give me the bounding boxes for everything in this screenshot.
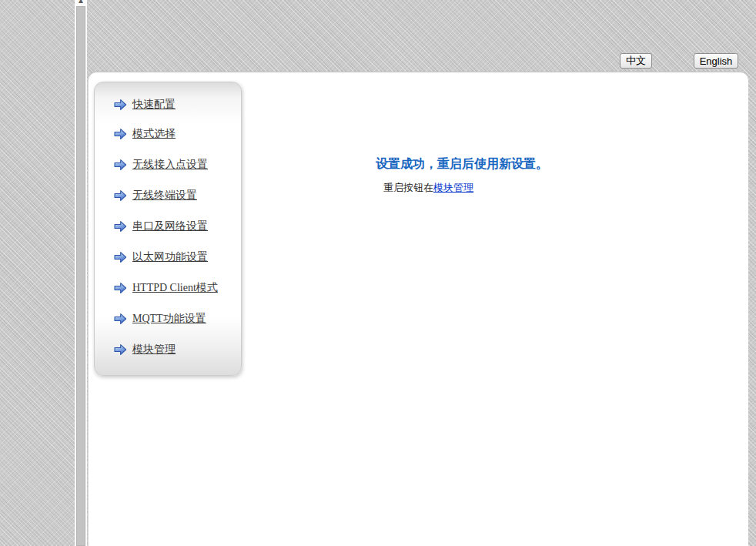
scroll-up-icon[interactable]: ▲ <box>75 0 87 5</box>
sidebar-item-uart-network-settings[interactable]: 串口及网络设置 <box>114 211 241 242</box>
sidebar-item-module-management[interactable]: 模块管理 <box>114 334 241 365</box>
arrow-right-icon <box>114 313 127 325</box>
sidebar-panel: 快速配置 模式选择 无线接入点设置 无线终端设置 串口及网络设置 以太网功能设置 <box>94 82 242 376</box>
sidebar-item-httpd-client-mode[interactable]: HTTPD Client模式 <box>114 273 241 303</box>
module-management-link[interactable]: 模块管理 <box>433 182 473 193</box>
arrow-right-icon <box>114 343 127 356</box>
restart-hint-text: 重启按钮在 <box>383 182 433 193</box>
sidebar-link[interactable]: 模块管理 <box>132 343 176 357</box>
sidebar-item-wifi-sta-settings[interactable]: 无线终端设置 <box>114 180 241 211</box>
sidebar-item-ethernet-settings[interactable]: 以太网功能设置 <box>114 242 241 273</box>
sidebar-item-mqtt-settings[interactable]: MQTT功能设置 <box>114 303 241 334</box>
sidebar-link[interactable]: MQTT功能设置 <box>132 312 206 326</box>
arrow-right-icon <box>114 99 127 111</box>
sidebar-link[interactable]: 模式选择 <box>132 127 176 141</box>
sidebar-item-quick-config[interactable]: 快速配置 <box>114 90 241 119</box>
arrow-right-icon <box>114 159 127 171</box>
arrow-right-icon <box>114 128 127 140</box>
sidebar-link[interactable]: HTTPD Client模式 <box>132 281 218 295</box>
english-language-button[interactable]: English <box>694 53 738 69</box>
chinese-language-button[interactable]: 中文 <box>620 53 652 69</box>
sidebar-menu: 快速配置 模式选择 无线接入点设置 无线终端设置 串口及网络设置 以太网功能设置 <box>95 82 241 365</box>
sidebar-link[interactable]: 无线接入点设置 <box>132 158 208 172</box>
arrow-right-icon <box>114 282 127 294</box>
sidebar-link[interactable]: 无线终端设置 <box>132 189 197 203</box>
sidebar-item-wifi-ap-settings[interactable]: 无线接入点设置 <box>114 149 241 180</box>
scrollbar-thumb[interactable] <box>76 6 85 546</box>
page-background: ▲ 中文 English 设置成功，重启后使用新设置。 重启按钮在模块管理 快速… <box>0 0 756 546</box>
arrow-right-icon <box>114 220 127 233</box>
sidebar-link[interactable]: 快速配置 <box>132 98 176 112</box>
arrow-right-icon <box>114 189 127 202</box>
status-message: 设置成功，重启后使用新设置。 <box>376 156 548 173</box>
vertical-scrollbar[interactable]: ▲ <box>75 0 87 546</box>
restart-hint: 重启按钮在模块管理 <box>383 181 473 195</box>
sidebar-item-mode-select[interactable]: 模式选择 <box>114 119 241 149</box>
sidebar-link[interactable]: 以太网功能设置 <box>132 250 208 264</box>
arrow-right-icon <box>114 251 127 263</box>
sidebar-link[interactable]: 串口及网络设置 <box>132 219 208 233</box>
